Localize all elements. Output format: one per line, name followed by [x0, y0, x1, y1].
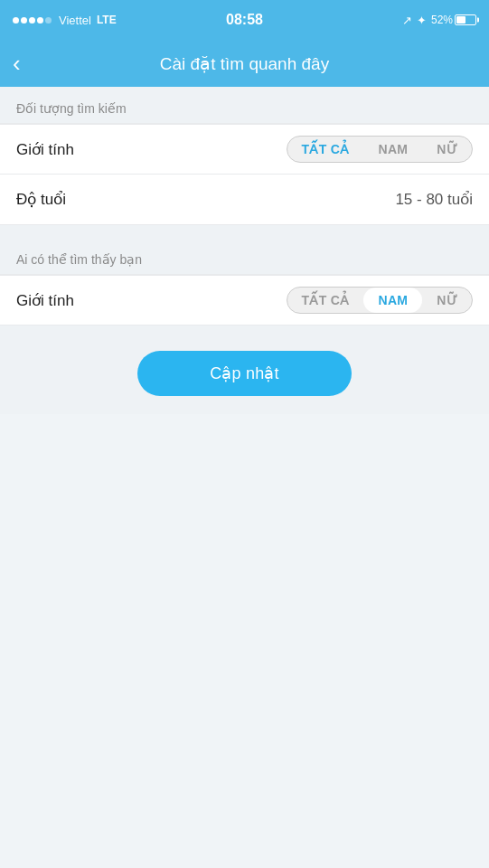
gender-segment-2[interactable]: TẤT CẢ NAM NỮ: [287, 287, 473, 314]
update-button[interactable]: Cập nhật: [137, 351, 352, 396]
section-header-2: Ai có thể tìm thấy bạn: [0, 238, 489, 274]
gender-segment-1[interactable]: TẤT CẢ NAM NỮ: [287, 136, 473, 163]
status-right: ↗ ✦ 52%: [402, 14, 476, 27]
gioi-tinh-row-2: Giới tính TẤT CẢ NAM NỮ: [0, 275, 489, 326]
seg-tat-ca-2[interactable]: TẤT CẢ: [287, 288, 364, 313]
do-tuoi-label: Độ tuổi: [16, 190, 66, 209]
seg-nu-2[interactable]: NỮ: [422, 288, 472, 313]
content: Đối tượng tìm kiếm Giới tính TẤT CẢ NAM …: [0, 87, 489, 414]
back-button[interactable]: ‹: [13, 52, 21, 75]
network-type-label: LTE: [97, 14, 117, 26]
dot3: [29, 17, 35, 24]
nav-bar: ‹ Cài đặt tìm quanh đây: [0, 40, 489, 87]
battery-percent: 52%: [431, 14, 453, 26]
age-value: 15 - 80 tuổi: [395, 190, 473, 209]
seg-nam-1[interactable]: NAM: [363, 137, 422, 162]
bluetooth-icon: ✦: [417, 14, 427, 27]
dot4: [37, 17, 43, 24]
battery-container: 52%: [431, 14, 476, 26]
signal-dots: [13, 17, 52, 24]
gioi-tinh-label-1: Giới tính: [16, 140, 74, 159]
section-divider: [0, 225, 489, 238]
status-time: 08:58: [226, 12, 263, 28]
gioi-tinh-label-2: Giới tính: [16, 291, 74, 310]
dot1: [13, 17, 19, 24]
carrier-label: Viettel: [59, 14, 91, 27]
seg-tat-ca-1[interactable]: TẤT CẢ: [287, 137, 364, 162]
battery-icon: [455, 14, 476, 25]
gioi-tinh-row-1: Giới tính TẤT CẢ NAM NỮ: [0, 124, 489, 175]
battery-fill: [456, 16, 465, 24]
status-left: Viettel LTE: [13, 14, 117, 27]
location-icon: ↗: [402, 14, 412, 27]
update-button-section: Cập nhật: [0, 326, 489, 414]
nav-title: Cài đặt tìm quanh đây: [160, 53, 329, 74]
section-1-rows: Giới tính TẤT CẢ NAM NỮ Độ tuổi 15 - 80 …: [0, 123, 489, 225]
status-bar: Viettel LTE 08:58 ↗ ✦ 52%: [0, 0, 489, 40]
do-tuoi-row: Độ tuổi 15 - 80 tuổi: [0, 175, 489, 225]
section-2-rows: Giới tính TẤT CẢ NAM NỮ: [0, 274, 489, 326]
seg-nu-1[interactable]: NỮ: [422, 137, 472, 162]
seg-nam-2[interactable]: NAM: [363, 288, 422, 313]
section-header-1: Đối tượng tìm kiếm: [0, 87, 489, 123]
dot5: [45, 17, 52, 24]
dot2: [21, 17, 27, 24]
